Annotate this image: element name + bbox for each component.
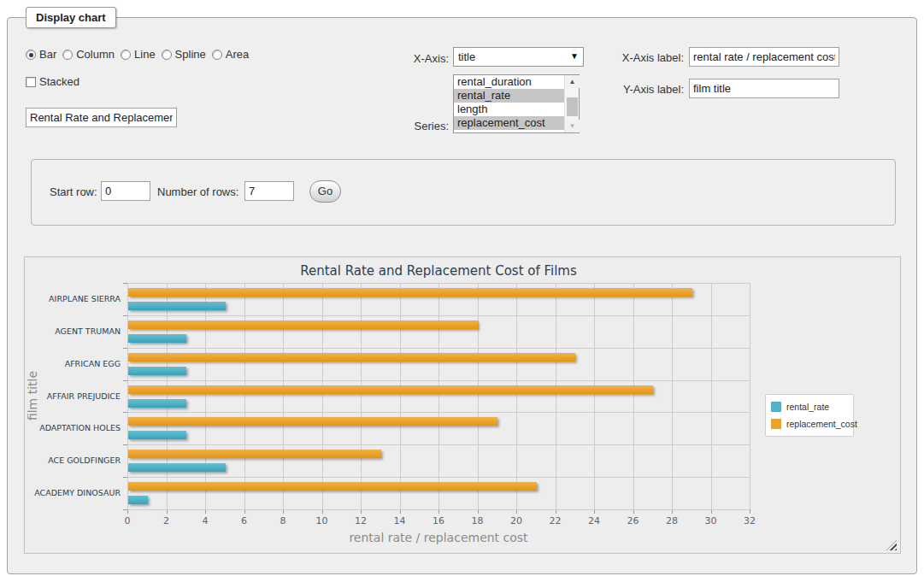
- series-option-rental_rate[interactable]: rental_rate: [454, 89, 564, 103]
- x-tick-label: 20: [499, 515, 533, 526]
- bar-replacement-cost[interactable]: [128, 482, 537, 491]
- start-row-input[interactable]: [101, 181, 150, 201]
- gridline-horizontal: [127, 283, 750, 284]
- x-axis-select[interactable]: title ▼: [453, 47, 584, 67]
- y-axis-title: film title: [26, 353, 39, 438]
- x-tick-mark: [750, 509, 750, 514]
- x-tick-label: 32: [733, 515, 767, 526]
- bar-rental-rate[interactable]: [128, 431, 186, 439]
- radio-label-area: Area: [226, 48, 249, 61]
- bar-replacement-cost[interactable]: [128, 417, 497, 426]
- bar-rental-rate[interactable]: [128, 367, 186, 375]
- legend-swatch: [771, 402, 781, 412]
- bar-rental-rate[interactable]: [128, 302, 226, 310]
- bar-replacement-cost[interactable]: [128, 353, 575, 362]
- x-tick-label: 16: [421, 515, 456, 526]
- y-tick-mark: [123, 315, 127, 316]
- gridline-horizontal: [127, 477, 750, 478]
- radio-label-column: Column: [76, 48, 115, 61]
- bar-rental-rate[interactable]: [128, 399, 186, 408]
- gridline-horizontal: [127, 412, 750, 413]
- chart-type-option-area: Area: [212, 48, 249, 61]
- radio-label-line: Line: [134, 48, 156, 61]
- legend-label: rental_rate: [786, 402, 829, 412]
- x-tick-label: 6: [227, 515, 262, 526]
- legend-swatch: [771, 419, 781, 429]
- chart-type-option-line: Line: [121, 48, 156, 61]
- gridline-vertical: [322, 283, 323, 509]
- radio-spline[interactable]: [162, 50, 172, 60]
- go-button[interactable]: Go: [309, 180, 341, 203]
- y-axis-label-label: Y-Axis label:: [590, 83, 684, 96]
- x-tick-label: 4: [188, 515, 222, 526]
- panel-title: Display chart: [26, 7, 116, 28]
- gridline-horizontal: [127, 380, 750, 381]
- x-axis-select-value: title: [458, 50, 475, 63]
- gridline-vertical: [750, 283, 750, 509]
- legend-label: replacement_cost: [786, 419, 857, 429]
- gridline-horizontal: [127, 509, 750, 510]
- stacked-row: Stacked: [26, 75, 79, 88]
- category-label: AGENT TRUMAN: [25, 326, 121, 336]
- x-tick-label: 18: [461, 515, 495, 526]
- x-axis-select-label: X-Axis:: [363, 52, 449, 65]
- stacked-label: Stacked: [39, 75, 79, 88]
- gridline-vertical: [633, 283, 634, 509]
- x-tick-label: 10: [305, 515, 339, 526]
- stacked-checkbox[interactable]: [26, 77, 36, 87]
- gridline-horizontal: [127, 315, 750, 316]
- series-option-rental_duration[interactable]: rental_duration: [454, 75, 564, 89]
- x-tick-label: 26: [616, 515, 650, 526]
- scroll-down-icon[interactable]: ▼: [565, 120, 580, 132]
- number-of-rows-input[interactable]: [244, 181, 294, 201]
- bar-replacement-cost[interactable]: [128, 385, 653, 394]
- bar-rental-rate[interactable]: [128, 496, 148, 504]
- y-tick-mark: [123, 348, 127, 349]
- bar-replacement-cost[interactable]: [128, 320, 478, 329]
- resize-handle-icon[interactable]: [886, 540, 897, 550]
- bar-rental-rate[interactable]: [128, 334, 186, 343]
- chart-legend: rental_ratereplacement_cost: [765, 394, 854, 437]
- x-tick-label: 8: [266, 515, 300, 526]
- gridline-vertical: [127, 283, 128, 509]
- scroll-up-icon[interactable]: ▲: [565, 75, 580, 88]
- legend-item-rental_rate[interactable]: rental_rate: [766, 398, 853, 415]
- x-tick-label: 22: [539, 515, 573, 526]
- gridline-vertical: [205, 283, 206, 509]
- series-select-label: Series:: [363, 120, 449, 132]
- x-axis-label-input[interactable]: [689, 47, 839, 67]
- legend-item-replacement_cost[interactable]: replacement_cost: [766, 415, 853, 432]
- bar-replacement-cost[interactable]: [128, 288, 692, 297]
- series-option-length[interactable]: length: [454, 103, 564, 116]
- x-tick-label: 28: [655, 515, 689, 526]
- radio-column[interactable]: [62, 50, 73, 60]
- y-axis-label-input[interactable]: [689, 79, 839, 98]
- chart-title-input[interactable]: [26, 108, 177, 127]
- x-axis-title: rental rate / replacement cost: [127, 531, 750, 544]
- x-tick-label: 0: [110, 515, 144, 526]
- chart-container: Rental Rate and Replacement Cost of Film…: [24, 256, 901, 554]
- bar-replacement-cost[interactable]: [128, 450, 381, 458]
- category-label: ACADEMY DINOSAUR: [25, 488, 121, 497]
- series-option-replacement_cost[interactable]: replacement_cost: [454, 116, 564, 130]
- category-label: ACE GOLDFINGER: [25, 456, 121, 465]
- y-tick-mark: [123, 283, 127, 284]
- x-tick-label: 30: [694, 515, 728, 526]
- chevron-down-icon: ▼: [570, 51, 579, 61]
- y-tick-mark: [123, 477, 127, 478]
- chart-type-option-spline: Spline: [162, 48, 206, 61]
- radio-line[interactable]: [121, 50, 131, 60]
- bar-rental-rate[interactable]: [128, 463, 226, 472]
- radio-bar[interactable]: [26, 50, 36, 60]
- chart-type-option-column: Column: [62, 48, 115, 61]
- y-tick-mark: [123, 444, 127, 445]
- series-multiselect[interactable]: rental_durationrental_ratelengthreplacem…: [453, 74, 580, 133]
- gridline-vertical: [711, 283, 712, 509]
- gridline-vertical: [283, 283, 284, 509]
- radio-area[interactable]: [212, 50, 222, 60]
- gridline-horizontal: [127, 444, 750, 445]
- scrollbar-thumb[interactable]: [567, 97, 578, 116]
- gridline-vertical: [594, 283, 595, 509]
- series-scrollbar[interactable]: ▲ ▼: [564, 75, 579, 132]
- gridline-vertical: [244, 283, 245, 509]
